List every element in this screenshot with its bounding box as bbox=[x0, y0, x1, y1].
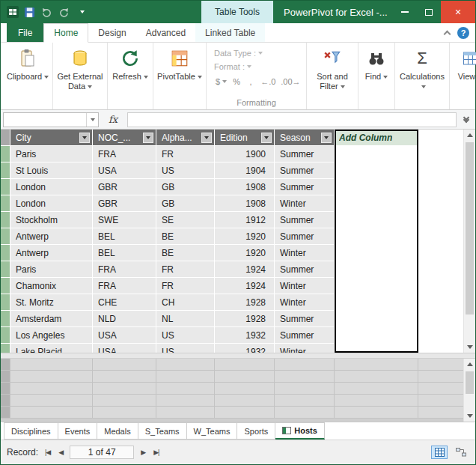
table-cell[interactable]: FR bbox=[156, 146, 215, 162]
calc-cell[interactable] bbox=[10, 395, 93, 407]
last-record-button[interactable]: ▶| bbox=[152, 449, 160, 456]
column-header-alpha[interactable]: Alpha... bbox=[156, 130, 215, 146]
decrease-decimal-button[interactable]: .00→ bbox=[279, 76, 302, 88]
table-cell[interactable]: FR bbox=[156, 278, 215, 294]
table-cell[interactable]: Amsterdam bbox=[10, 311, 93, 327]
table-cell[interactable]: 1920 bbox=[215, 228, 275, 245]
table-cell[interactable]: Summer bbox=[275, 212, 335, 228]
calc-cell[interactable] bbox=[10, 359, 93, 371]
view-button[interactable]: View bbox=[452, 45, 476, 82]
calc-cell[interactable] bbox=[335, 359, 418, 371]
calc-cell[interactable] bbox=[275, 359, 335, 371]
table-cell[interactable]: 1932 bbox=[215, 344, 275, 353]
ribbon-tab-file[interactable]: File bbox=[7, 23, 43, 42]
table-cell[interactable]: 1920 bbox=[215, 245, 275, 261]
sheet-tab-events[interactable]: Events bbox=[58, 422, 98, 440]
table-cell[interactable]: Winter bbox=[275, 294, 335, 311]
table-cell[interactable]: GBR bbox=[93, 179, 156, 195]
grid-view-button[interactable] bbox=[431, 446, 448, 459]
table-scrollbar[interactable] bbox=[463, 130, 475, 353]
table-cell[interactable]: London bbox=[10, 179, 93, 195]
row-selector[interactable] bbox=[1, 327, 10, 344]
calc-cell[interactable] bbox=[10, 383, 93, 395]
add-column-cell[interactable] bbox=[335, 245, 418, 261]
calc-cell[interactable] bbox=[275, 395, 335, 407]
calc-cell[interactable] bbox=[275, 383, 335, 395]
table-cell[interactable]: Winter bbox=[275, 344, 335, 353]
add-column-header[interactable]: Add Column bbox=[335, 130, 418, 146]
sheet-tab-hosts[interactable]: Hosts bbox=[275, 422, 325, 440]
sheet-tab-disciplines[interactable]: Disciplines bbox=[4, 422, 58, 440]
row-selector[interactable] bbox=[1, 146, 10, 162]
scroll-down-icon[interactable] bbox=[464, 410, 475, 422]
table-cell[interactable]: Winter bbox=[275, 278, 335, 294]
table-cell[interactable]: Summer bbox=[275, 311, 335, 327]
table-cell[interactable]: BE bbox=[156, 245, 215, 261]
sheet-tab-medals[interactable]: Medals bbox=[97, 422, 138, 440]
table-cell[interactable]: Antwerp bbox=[10, 245, 93, 261]
increase-decimal-button[interactable]: ←.0 bbox=[259, 76, 277, 88]
qat-dropdown-icon[interactable] bbox=[75, 6, 88, 19]
table-cell[interactable]: US bbox=[156, 327, 215, 344]
table-cell[interactable]: Summer bbox=[275, 261, 335, 278]
scroll-up-icon[interactable] bbox=[464, 359, 475, 370]
table-cell[interactable]: GBR bbox=[93, 195, 156, 212]
table-cell[interactable]: London bbox=[10, 195, 93, 212]
add-column-cell[interactable] bbox=[335, 344, 418, 353]
calc-cell[interactable] bbox=[156, 383, 215, 395]
table-cell[interactable]: St Louis bbox=[10, 162, 93, 179]
table-cell[interactable]: USA bbox=[93, 327, 156, 344]
name-box-dropdown-icon[interactable] bbox=[86, 113, 98, 127]
table-cell[interactable]: GB bbox=[156, 179, 215, 195]
select-all-corner[interactable] bbox=[1, 130, 10, 146]
table-cell[interactable]: Summer bbox=[275, 228, 335, 245]
column-header-season[interactable]: Season bbox=[275, 130, 335, 146]
scrollbar-track[interactable] bbox=[464, 141, 475, 341]
table-cell[interactable]: 1908 bbox=[215, 195, 275, 212]
name-box[interactable] bbox=[3, 112, 99, 127]
table-cell[interactable]: CHE bbox=[93, 294, 156, 311]
expand-formula-bar-icon[interactable] bbox=[460, 112, 473, 128]
row-selector[interactable] bbox=[1, 179, 10, 195]
calc-row-selector[interactable] bbox=[1, 371, 10, 383]
add-column-cell[interactable] bbox=[335, 195, 418, 212]
table-cell[interactable]: Chamonix bbox=[10, 278, 93, 294]
get-external-data-button[interactable]: Get External Data bbox=[55, 45, 105, 91]
calc-cell[interactable] bbox=[93, 359, 156, 371]
ribbon-tab-advanced[interactable]: Advanced bbox=[136, 23, 195, 42]
table-cell[interactable]: Summer bbox=[275, 179, 335, 195]
add-column-cell[interactable] bbox=[335, 179, 418, 195]
next-record-button[interactable]: ▶ bbox=[139, 449, 147, 456]
refresh-button[interactable]: Refresh bbox=[110, 45, 150, 82]
filter-icon[interactable] bbox=[321, 133, 332, 143]
table-cell[interactable]: Antwerp bbox=[10, 228, 93, 245]
row-selector[interactable] bbox=[1, 228, 10, 245]
row-selector[interactable] bbox=[1, 344, 10, 353]
sheet-tab-w_teams[interactable]: W_Teams bbox=[187, 422, 238, 440]
calc-cell[interactable] bbox=[156, 395, 215, 407]
ribbon-tab-linked-table[interactable]: Linked Table bbox=[195, 23, 265, 42]
calculation-scrollbar[interactable] bbox=[463, 359, 475, 422]
calc-cell[interactable] bbox=[215, 371, 275, 383]
thousands-button[interactable]: , bbox=[245, 76, 257, 88]
table-cell[interactable]: FRA bbox=[93, 278, 156, 294]
calc-row-selector[interactable] bbox=[1, 395, 10, 407]
first-record-button[interactable]: |◀ bbox=[43, 449, 52, 456]
column-header-city[interactable]: City bbox=[10, 130, 93, 146]
table-cell[interactable]: 1928 bbox=[215, 294, 275, 311]
prev-record-button[interactable]: ◀ bbox=[57, 449, 64, 456]
calc-cell[interactable] bbox=[335, 395, 418, 407]
add-column-cell[interactable] bbox=[335, 228, 418, 245]
scroll-down-icon[interactable] bbox=[464, 341, 475, 353]
sort-and-filter-button[interactable]: Sort and Filter bbox=[309, 45, 356, 91]
table-cell[interactable]: GB bbox=[156, 195, 215, 212]
row-selector[interactable] bbox=[1, 261, 10, 278]
row-selector[interactable] bbox=[1, 195, 10, 212]
table-cell[interactable]: Paris bbox=[10, 261, 93, 278]
filter-icon[interactable] bbox=[201, 133, 212, 143]
table-cell[interactable]: NLD bbox=[93, 311, 156, 327]
table-cell[interactable]: Stockholm bbox=[10, 212, 93, 228]
clipboard-button[interactable]: Clipboard bbox=[5, 45, 50, 82]
calc-cell[interactable] bbox=[93, 395, 156, 407]
pivottable-button[interactable]: PivotTable bbox=[156, 45, 204, 82]
